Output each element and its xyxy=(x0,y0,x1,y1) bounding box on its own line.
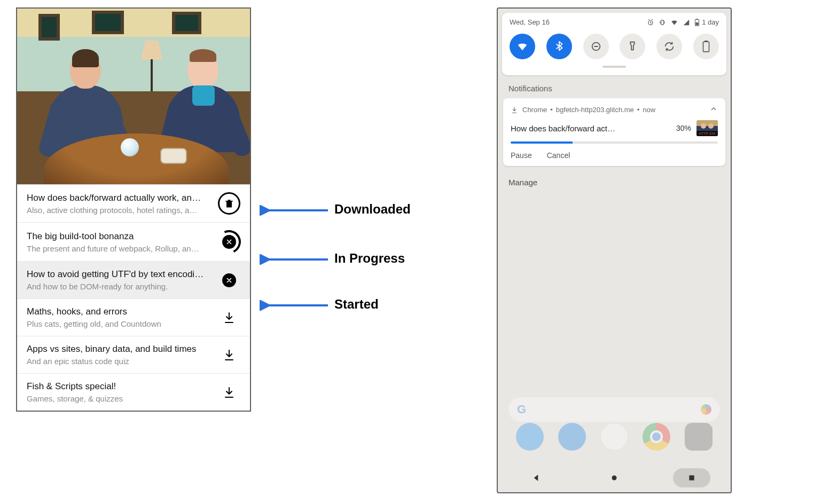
episode-title: The big build-tool bonanza xyxy=(27,231,217,242)
episode-title: Apps vs sites, binary data, and build ti… xyxy=(27,344,217,355)
cancel-download-button[interactable] xyxy=(217,230,241,254)
android-phone: Wed, Sep 16 1 day Notifications Chrome •… xyxy=(497,7,732,493)
system-nav-bar xyxy=(498,463,731,492)
wifi-icon xyxy=(670,19,678,26)
download-icon xyxy=(511,106,518,114)
episode-title: How to avoid getting UTF'd by text encod… xyxy=(27,269,217,280)
episode-subtitle: And how to be DOM-ready for anything. xyxy=(27,282,217,291)
episodes-phone: How does back/forward actually work, an…… xyxy=(16,7,251,412)
notification-percent: 30% xyxy=(676,124,691,132)
pause-button[interactable]: Pause xyxy=(511,151,532,160)
panel-drag-handle[interactable] xyxy=(602,66,626,68)
home-button[interactable] xyxy=(596,468,633,487)
notifications-heading: Notifications xyxy=(508,84,731,93)
cancel-button[interactable]: Cancel xyxy=(547,151,570,160)
episode-subtitle: The present and future of webpack, Rollu… xyxy=(27,244,217,253)
download-notification[interactable]: Chrome • bgfetch-http203.glitch.me • now… xyxy=(503,98,725,166)
status-bar: Wed, Sep 16 1 day xyxy=(510,18,719,26)
episode-row[interactable]: Apps vs sites, binary data, and build ti… xyxy=(17,336,250,374)
qs-bluetooth-toggle[interactable] xyxy=(546,34,572,59)
battery-icon xyxy=(694,19,700,26)
episode-row[interactable]: The big build-tool bonanza The present a… xyxy=(17,223,250,262)
download-progress-bar xyxy=(511,141,718,144)
qs-dnd-toggle[interactable] xyxy=(583,34,609,59)
svg-rect-12 xyxy=(690,475,694,480)
notification-thumbnail: HTTP 203 xyxy=(696,120,718,136)
episode-row[interactable]: Maths, hooks, and errors Plus cats, gett… xyxy=(17,299,250,336)
qs-rotate-toggle[interactable] xyxy=(656,34,682,59)
camera-app-icon[interactable] xyxy=(685,423,713,451)
episode-subtitle: Also, active clothing protocols, hotel r… xyxy=(27,206,217,215)
phone-app-icon[interactable] xyxy=(516,423,544,451)
episode-title: Fish & Scripts special! xyxy=(27,381,217,392)
download-button[interactable] xyxy=(217,311,241,324)
status-date: Wed, Sep 16 xyxy=(510,18,550,26)
download-icon xyxy=(223,349,236,361)
cancel-download-button[interactable] xyxy=(217,273,241,287)
chevron-up-icon[interactable] xyxy=(709,105,718,115)
vibrate-icon xyxy=(659,19,666,26)
svg-rect-10 xyxy=(705,41,707,42)
download-icon xyxy=(223,386,236,399)
episode-title: How does back/forward actually work, an… xyxy=(27,193,217,203)
notification-source: bgfetch-http203.glitch.me xyxy=(556,106,634,114)
svg-point-11 xyxy=(612,476,616,481)
svg-rect-6 xyxy=(696,19,698,19)
qs-wifi-toggle[interactable] xyxy=(510,34,535,59)
notification-app: Chrome xyxy=(522,106,547,114)
back-button[interactable] xyxy=(518,468,555,487)
download-button[interactable] xyxy=(217,349,241,361)
cancel-icon xyxy=(222,235,236,249)
download-icon xyxy=(223,311,236,324)
assistant-icon xyxy=(701,404,711,415)
episode-row[interactable]: Fish & Scripts special! Games, storage, … xyxy=(17,374,250,411)
annotation-label: Downloaded xyxy=(334,202,411,217)
episode-subtitle: Plus cats, getting old, and Countdown xyxy=(27,319,217,328)
notification-time: now xyxy=(643,106,655,114)
notification-title: How does back/forward act… xyxy=(511,124,671,133)
messages-app-icon[interactable] xyxy=(558,423,586,451)
hero-image xyxy=(17,9,250,185)
annotation-label: Started xyxy=(334,297,379,312)
play-store-icon[interactable] xyxy=(600,423,628,451)
status-battery-text: 1 day xyxy=(702,18,719,26)
delete-download-button[interactable] xyxy=(217,192,241,215)
svg-rect-9 xyxy=(703,42,709,52)
recents-button[interactable] xyxy=(673,468,710,487)
svg-rect-4 xyxy=(661,20,664,24)
annotation-label: In Progress xyxy=(334,251,405,266)
qs-flashlight-toggle[interactable] xyxy=(620,34,645,59)
download-button[interactable] xyxy=(217,386,241,399)
progress-spinner-icon xyxy=(217,230,241,254)
signal-icon xyxy=(683,19,690,26)
manage-notifications-link[interactable]: Manage xyxy=(508,178,731,187)
episode-title: Maths, hooks, and errors xyxy=(27,306,217,317)
quick-settings-panel: Wed, Sep 16 1 day xyxy=(502,13,726,75)
qs-battery-saver-toggle[interactable] xyxy=(693,34,719,59)
trash-icon xyxy=(218,192,240,215)
home-dock xyxy=(498,423,731,451)
cancel-icon xyxy=(222,273,236,287)
alarm-icon xyxy=(647,19,654,26)
svg-rect-7 xyxy=(696,22,699,25)
episode-row[interactable]: How to avoid getting UTF'd by text encod… xyxy=(17,262,250,299)
episode-subtitle: Games, storage, & quizzes xyxy=(27,394,217,403)
chrome-app-icon[interactable] xyxy=(643,423,670,451)
google-logo: G xyxy=(517,403,526,416)
episode-subtitle: And an epic status code quiz xyxy=(27,357,217,366)
search-pill[interactable]: G xyxy=(508,397,720,422)
episode-row[interactable]: How does back/forward actually work, an…… xyxy=(17,185,250,223)
